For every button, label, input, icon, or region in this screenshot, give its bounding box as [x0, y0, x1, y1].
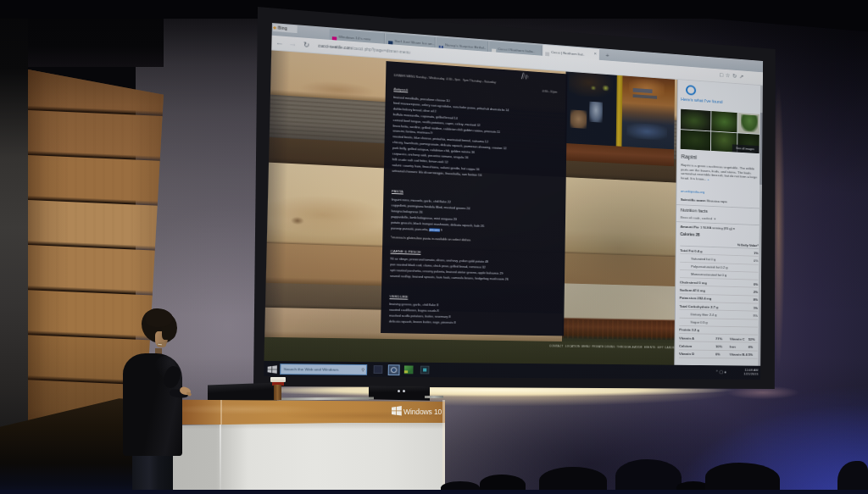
- svg-text:Windows 10: Windows 10: [403, 408, 442, 416]
